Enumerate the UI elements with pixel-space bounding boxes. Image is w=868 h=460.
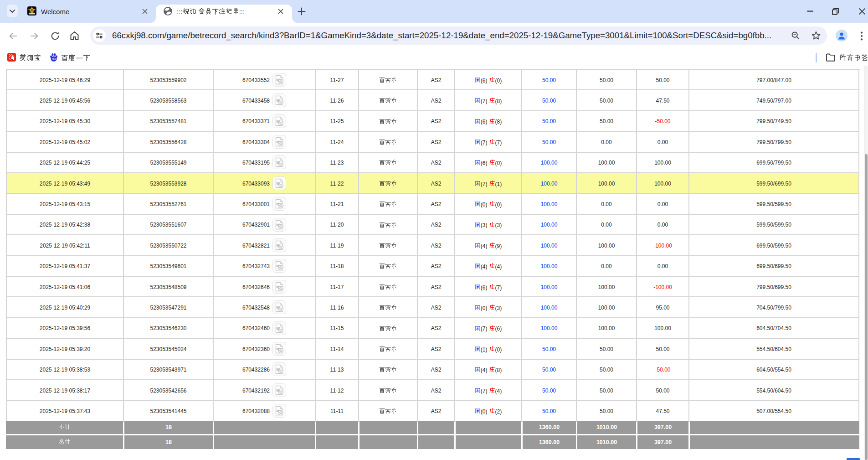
svg-text:du: du bbox=[52, 57, 56, 61]
